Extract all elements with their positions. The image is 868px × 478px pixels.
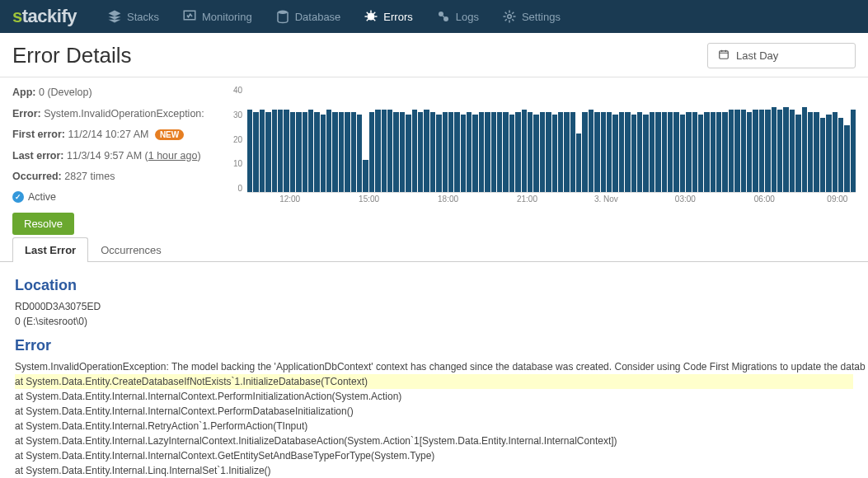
chart-bar[interactable] — [533, 115, 538, 192]
chart-bar[interactable] — [369, 112, 374, 192]
chart-bar[interactable] — [692, 112, 697, 192]
chart-bar[interactable] — [265, 112, 270, 192]
chart-bar[interactable] — [576, 134, 581, 192]
chart-bar[interactable] — [467, 112, 472, 192]
date-range-picker[interactable]: Last Day — [707, 43, 856, 68]
chart-bar[interactable] — [594, 112, 599, 192]
chart-bar[interactable] — [765, 110, 770, 192]
chart-bar[interactable] — [612, 115, 617, 192]
chart-bar[interactable] — [522, 110, 527, 192]
nav-monitoring[interactable]: Monitoring — [172, 4, 262, 29]
chart-bar[interactable] — [332, 112, 337, 192]
chart-bar[interactable] — [497, 112, 502, 192]
chart-bar[interactable] — [729, 110, 734, 192]
chart-bar[interactable] — [747, 112, 752, 192]
resolve-button[interactable]: Resolve — [12, 213, 74, 235]
chart-bar[interactable] — [589, 110, 594, 192]
chart-bar[interactable] — [631, 115, 636, 192]
chart-bar[interactable] — [351, 112, 356, 192]
chart-bar[interactable] — [479, 112, 484, 192]
chart-bar[interactable] — [783, 107, 788, 192]
chart-bar[interactable] — [851, 110, 856, 192]
chart-bar[interactable] — [382, 110, 387, 192]
chart-bar[interactable] — [838, 118, 843, 192]
nav-settings[interactable]: Settings — [492, 4, 570, 29]
chart-bar[interactable] — [722, 112, 727, 192]
chart-bar[interactable] — [278, 110, 283, 192]
chart-bar[interactable] — [443, 112, 448, 192]
chart-bar[interactable] — [814, 112, 819, 192]
chart-bar[interactable] — [247, 110, 252, 192]
chart-bar[interactable] — [704, 112, 709, 192]
nav-stacks[interactable]: Stacks — [97, 4, 169, 29]
chart-bar[interactable] — [673, 112, 678, 192]
chart-bar[interactable] — [833, 112, 838, 192]
chart-bar[interactable] — [375, 110, 380, 192]
chart-bar[interactable] — [790, 110, 795, 192]
chart-bar[interactable] — [491, 112, 496, 192]
chart-bar[interactable] — [485, 112, 490, 192]
chart-bar[interactable] — [711, 112, 716, 192]
chart-bar[interactable] — [308, 110, 313, 192]
chart-bar[interactable] — [680, 115, 685, 192]
chart-bar[interactable] — [795, 115, 800, 192]
chart-bar[interactable] — [753, 110, 758, 192]
chart-bar[interactable] — [503, 112, 508, 192]
brand-logo[interactable]: stackify — [12, 6, 77, 27]
chart-bar[interactable] — [412, 110, 417, 192]
chart-bar[interactable] — [643, 115, 648, 192]
chart-bar[interactable] — [558, 112, 563, 192]
nav-database[interactable]: Database — [265, 4, 351, 29]
chart-bar[interactable] — [777, 110, 782, 192]
chart-bar[interactable] — [472, 115, 477, 192]
error-frequency-chart[interactable]: 403020100 12:0015:0018:0021:003. Nov03:0… — [223, 86, 856, 209]
chart-bar[interactable] — [662, 112, 667, 192]
chart-bar[interactable] — [448, 112, 453, 192]
chart-bar[interactable] — [686, 112, 691, 192]
chart-bar[interactable] — [430, 112, 435, 192]
chart-bar[interactable] — [741, 110, 746, 192]
chart-bar[interactable] — [515, 112, 520, 192]
chart-bar[interactable] — [802, 107, 807, 192]
chart-bar[interactable] — [509, 115, 514, 192]
chart-bar[interactable] — [321, 115, 326, 192]
chart-bar[interactable] — [808, 112, 813, 192]
chart-bar[interactable] — [296, 112, 301, 192]
chart-bar[interactable] — [284, 110, 289, 192]
tab-occurrences[interactable]: Occurrences — [88, 237, 174, 262]
chart-bar[interactable] — [260, 110, 265, 192]
chart-bar[interactable] — [655, 112, 660, 192]
chart-bar[interactable] — [253, 112, 258, 192]
chart-bar[interactable] — [668, 112, 673, 192]
chart-bar[interactable] — [406, 115, 411, 192]
chart-bar[interactable] — [436, 115, 441, 192]
chart-bar[interactable] — [546, 112, 551, 192]
chart-bar[interactable] — [528, 112, 533, 192]
chart-bar[interactable] — [734, 110, 739, 192]
chart-bar[interactable] — [698, 115, 703, 192]
chart-bar[interactable] — [552, 115, 557, 192]
chart-bar[interactable] — [582, 112, 587, 192]
chart-bar[interactable] — [607, 112, 612, 192]
chart-bar[interactable] — [454, 112, 459, 192]
chart-bar[interactable] — [290, 112, 295, 192]
chart-bar[interactable] — [400, 112, 405, 192]
chart-bar[interactable] — [387, 110, 392, 192]
chart-bar[interactable] — [424, 110, 429, 192]
chart-bar[interactable] — [326, 110, 331, 192]
chart-bar[interactable] — [601, 112, 606, 192]
chart-bar[interactable] — [393, 112, 398, 192]
chart-bar[interactable] — [564, 112, 569, 192]
chart-bar[interactable] — [303, 112, 307, 192]
chart-bar[interactable] — [637, 112, 642, 192]
chart-bar[interactable] — [461, 115, 466, 192]
chart-bar[interactable] — [540, 112, 545, 192]
chart-bar[interactable] — [363, 160, 368, 192]
chart-bar[interactable] — [650, 112, 655, 192]
chart-bar[interactable] — [619, 112, 624, 192]
chart-bar[interactable] — [345, 112, 350, 192]
tab-last-error[interactable]: Last Error — [12, 237, 88, 262]
chart-bar[interactable] — [339, 112, 344, 192]
chart-bar[interactable] — [625, 112, 630, 192]
chart-bar[interactable] — [418, 112, 423, 192]
